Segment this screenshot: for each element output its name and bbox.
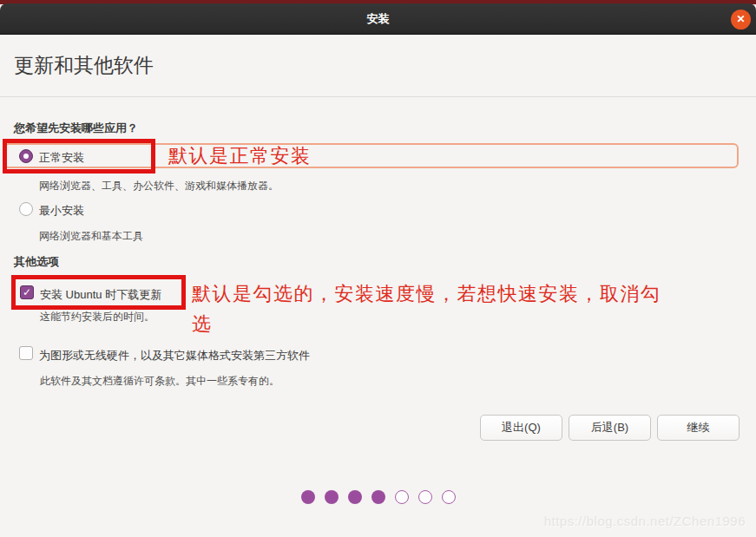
third-party-description: 此软件及其文档遵循许可条款。其中一些系专有的。 [40, 374, 279, 389]
progress-dot [442, 490, 456, 504]
section-heading-other: 其他选项 [14, 254, 59, 270]
checkbox-third-party[interactable] [19, 346, 33, 360]
radio-minimal-install-label[interactable]: 最小安装 [39, 203, 84, 219]
titlebar[interactable]: 安装 ✕ [0, 3, 756, 35]
watermark: https://blog.csdn.net/ZChen1996 [544, 514, 746, 528]
radio-minimal-install[interactable] [19, 202, 33, 216]
annotation-normal-install-text: 默认是正常安装 [168, 146, 312, 167]
close-icon: ✕ [731, 10, 751, 29]
normal-install-description: 网络浏览器、工具、办公软件、游戏和媒体播放器。 [39, 179, 279, 193]
progress-dot [301, 490, 315, 504]
section-heading-apps: 您希望先安装哪些应用？ [14, 121, 138, 136]
progress-dot [418, 490, 432, 504]
annotation-box-normal-install [3, 139, 155, 174]
quit-button[interactable]: 退出(Q) [480, 415, 562, 441]
close-button[interactable]: ✕ [731, 10, 751, 29]
back-button[interactable]: 后退(B) [569, 415, 651, 441]
progress-dot [371, 490, 385, 504]
window-title: 安装 [0, 3, 756, 35]
header-separator [0, 96, 756, 97]
download-updates-description: 这能节约安装后的时间。 [40, 310, 154, 324]
annotation-download-updates-line2: 选 [192, 314, 213, 335]
continue-button[interactable]: 继续 [657, 415, 740, 441]
minimal-install-description: 网络浏览器和基本工具 [39, 229, 143, 244]
progress-dot [348, 490, 362, 504]
checkbox-third-party-label[interactable]: 为图形或无线硬件，以及其它媒体格式安装第三方软件 [39, 348, 310, 363]
annotation-box-download-updates [11, 275, 186, 310]
progress-dots [0, 490, 756, 504]
installer-window: 安装 ✕ 更新和其他软件 您希望先安装哪些应用？ 正常安装 网络浏览器、工具、办… [0, 0, 756, 537]
page-title: 更新和其他软件 [14, 52, 154, 79]
progress-dot [395, 490, 409, 504]
annotation-download-updates-line1: 默认是勾选的，安装速度慢，若想快速安装，取消勾 [192, 284, 661, 305]
progress-dot [325, 490, 339, 504]
